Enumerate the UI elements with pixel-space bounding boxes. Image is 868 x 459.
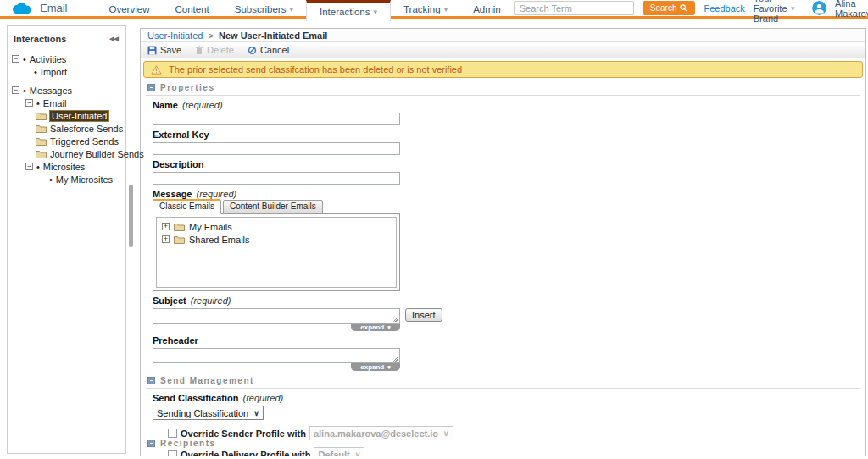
- save-icon: [147, 46, 157, 55]
- sidebar-scrollbar-thumb[interactable]: [129, 185, 133, 247]
- sidebar-item-activities[interactable]: Activities: [8, 53, 125, 65]
- expand-node-icon[interactable]: [162, 235, 170, 243]
- collapse-section-icon[interactable]: [147, 84, 155, 91]
- nav-content[interactable]: Content: [162, 0, 221, 19]
- warning-icon: [151, 65, 162, 75]
- insert-button[interactable]: Insert: [405, 308, 442, 322]
- tree-label: Import: [41, 67, 67, 77]
- sidebar-item-journey-builder-sends[interactable]: Journey Builder Sends: [8, 147, 125, 160]
- sidebar-item-messages[interactable]: Messages: [8, 84, 125, 97]
- preheader-label-text: Preheader: [153, 335, 198, 346]
- bullet-icon: [49, 174, 53, 185]
- subject-row: Insert: [153, 308, 865, 324]
- breadcrumb: User-Initiated > New User-Initiated Emai…: [141, 29, 865, 42]
- cancel-icon: [248, 46, 257, 55]
- name-field[interactable]: [153, 113, 400, 125]
- external-key-field[interactable]: [153, 142, 400, 155]
- nav-interactions-label: Interactions: [320, 7, 370, 17]
- subject-expand-button[interactable]: expand: [351, 324, 400, 331]
- collapse-sidebar-icon[interactable]: [109, 36, 119, 42]
- collapse-section-icon[interactable]: [147, 377, 155, 384]
- tab-classic-emails[interactable]: Classic Emails: [153, 199, 221, 214]
- main-panel: User-Initiated > New User-Initiated Emai…: [140, 28, 866, 456]
- sidebar-item-import[interactable]: Import: [8, 65, 125, 78]
- collapse-node-icon[interactable]: [12, 86, 19, 94]
- delete-button[interactable]: Delete: [195, 45, 234, 55]
- nav-overview[interactable]: Overview: [97, 0, 163, 19]
- breadcrumb-parent-link[interactable]: User-Initiated: [147, 30, 203, 41]
- message-label: Message (required): [153, 189, 865, 200]
- external-key-label-text: External Key: [153, 130, 209, 140]
- nav-interactions[interactable]: Interactions: [306, 0, 391, 21]
- user-menu[interactable]: Alina Makarova: [835, 0, 868, 19]
- preheader-field[interactable]: [153, 348, 400, 363]
- folder-icon: [36, 137, 47, 146]
- name-label-text: Name: [153, 100, 178, 110]
- feedback-link[interactable]: Feedback: [704, 3, 744, 14]
- logo-wrap: Email: [0, 0, 68, 16]
- sidebar-item-microsites[interactable]: Microsites: [8, 160, 125, 173]
- search-icon: [680, 4, 687, 12]
- sidebar-item-user-initiated[interactable]: User-Initiated: [8, 109, 125, 122]
- tree-label: My Microsites: [56, 174, 113, 185]
- expand-node-icon[interactable]: [162, 223, 170, 230]
- sidebar-item-my-microsites[interactable]: My Microsites: [8, 173, 125, 185]
- folder-my-emails[interactable]: My Emails: [162, 220, 391, 233]
- nav-content-label: Content: [175, 4, 209, 14]
- nav-admin-label: Admin: [473, 4, 501, 14]
- tree-label: Salesforce Sends: [50, 124, 123, 134]
- nav-admin[interactable]: Admin: [460, 0, 514, 19]
- nav-tracking[interactable]: Tracking: [391, 0, 460, 19]
- folder-label: My Emails: [189, 222, 232, 232]
- collapse-section-icon[interactable]: [147, 440, 155, 447]
- collapse-node-icon[interactable]: [12, 55, 19, 63]
- email-folder-tree: My Emails Shared Emails: [156, 217, 397, 288]
- sidebar-item-salesforce-sends[interactable]: Salesforce Sends: [8, 122, 125, 135]
- section-send-management-header: Send Management: [146, 374, 860, 389]
- search-button[interactable]: Search: [643, 1, 696, 15]
- tree-label-selected: User-Initiated: [50, 111, 108, 121]
- collapse-node-icon[interactable]: [25, 99, 33, 107]
- save-button[interactable]: Save: [147, 45, 181, 55]
- bullet-icon: [36, 162, 40, 172]
- description-label-text: Description: [153, 159, 204, 169]
- expand-label: expand: [360, 363, 384, 371]
- warning-message: The prior selected send classifcation ha…: [169, 64, 462, 75]
- expand-label: expand: [360, 324, 384, 331]
- required-hint: (required): [191, 296, 231, 306]
- bullet-icon: [23, 86, 26, 96]
- collapse-node-icon[interactable]: [25, 163, 33, 170]
- cancel-button-label: Cancel: [260, 45, 289, 55]
- sidebar-item-email[interactable]: Email: [8, 97, 125, 109]
- tree-label: Microsites: [43, 162, 86, 172]
- name-label: Name (required): [153, 100, 865, 111]
- bullet-icon: [34, 67, 37, 77]
- subject-label-text: Subject: [153, 296, 186, 306]
- folder-icon: [174, 235, 185, 244]
- send-classification-label-text: Send Classification: [153, 393, 238, 403]
- preheader-expand-row: expand: [153, 363, 400, 371]
- tab-content-builder-emails[interactable]: Content Builder Emails: [223, 200, 323, 213]
- preheader-expand-button[interactable]: expand: [351, 363, 400, 371]
- breadcrumb-separator: >: [208, 30, 213, 41]
- send-classification-label: Send Classification (required): [153, 393, 865, 404]
- folder-icon: [36, 124, 47, 133]
- folder-shared-emails[interactable]: Shared Emails: [162, 233, 391, 246]
- sidebar-item-triggered-sends[interactable]: Triggered Sends: [8, 135, 125, 147]
- brand-selector[interactable]: Your Favorite Brand: [754, 0, 795, 24]
- send-classification-value: Sending Classification: [157, 408, 248, 418]
- folder-icon: [36, 112, 47, 120]
- cancel-button[interactable]: Cancel: [248, 45, 289, 55]
- description-field[interactable]: [153, 172, 400, 185]
- nav-subscribers[interactable]: Subscribers: [222, 0, 306, 19]
- message-tabs: Classic Emails Content Builder Emails: [153, 202, 865, 213]
- preheader-label: Preheader: [153, 335, 865, 346]
- user-avatar[interactable]: [812, 1, 826, 15]
- nav-tracking-label: Tracking: [403, 4, 441, 14]
- subject-field[interactable]: [153, 308, 400, 324]
- interactions-sidebar: Interactions Activities Import Messages …: [7, 25, 126, 454]
- salesforce-cloud-logo-icon: [10, 1, 33, 16]
- send-classification-select[interactable]: Sending Classification: [153, 406, 264, 420]
- search-input[interactable]: [514, 1, 634, 15]
- brand-label: Your Favorite Brand: [754, 0, 787, 24]
